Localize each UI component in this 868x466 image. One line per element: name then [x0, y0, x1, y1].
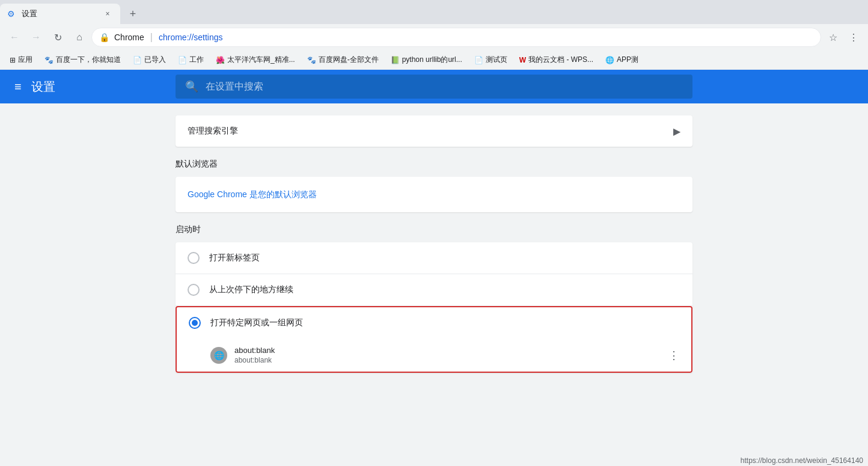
bookmark-label: 太平洋汽车网_精准...	[227, 55, 295, 65]
status-url: https://blog.csdn.net/weixin_45164140	[741, 456, 863, 465]
sub-item-texts: about:blank about:blank	[234, 346, 275, 364]
search-icon: 🔍	[185, 80, 198, 93]
bookmark-app[interactable]: 🌐 APP测	[601, 54, 643, 66]
settings-header-left: ≡ 设置	[14, 79, 55, 95]
hamburger-icon[interactable]: ≡	[14, 80, 22, 94]
search-bar[interactable]: 🔍	[176, 75, 692, 99]
bookmark-label: 百度网盘-全部文件	[319, 55, 379, 65]
back-button[interactable]: ←	[5, 28, 24, 47]
wps-icon: W	[519, 56, 526, 64]
arrow-right-icon: ▶	[673, 126, 680, 137]
menu-button[interactable]: ⋮	[844, 28, 863, 47]
startup-option-new-tab[interactable]: 打开新标签页	[176, 242, 692, 274]
default-browser-card: Google Chrome 是您的默认浏览器	[176, 177, 692, 212]
startup-sub-item: 🌐 about:blank about:blank ⋮	[177, 339, 691, 372]
default-browser-message: Google Chrome 是您的默认浏览器	[188, 189, 317, 199]
nav-right-buttons: ☆ ⋮	[824, 28, 863, 47]
bookmarks-bar: ⊞ 应用 🐾 百度一下，你就知道 📄 已导入 📄 工作 🌺 太平洋汽车网_精准.…	[0, 51, 868, 70]
active-tab[interactable]: ⚙ 设置 ×	[0, 4, 120, 24]
baidu-icon: 🐾	[44, 56, 53, 64]
bookmark-label: 应用	[18, 55, 32, 65]
bookmark-label: 工作	[189, 55, 204, 65]
startup-option-specific-main[interactable]: 打开特定网页或一组网页	[177, 307, 691, 339]
tab-close-button[interactable]: ×	[102, 8, 113, 19]
new-tab-button[interactable]: +	[123, 4, 143, 24]
bookmark-pacific[interactable]: 🌺 太平洋汽车网_精准...	[211, 54, 300, 66]
settings-content: 管理搜索引擎 ▶ 默认浏览器 Google Chrome 是您的默认浏览器 启动…	[176, 103, 692, 397]
tab-bar: ⚙ 设置 × +	[0, 0, 868, 24]
bookmark-work[interactable]: 📄 工作	[173, 54, 209, 66]
bookmark-button[interactable]: ☆	[824, 28, 843, 47]
sub-item-url: about:blank	[234, 356, 275, 364]
imported-icon: 📄	[133, 56, 142, 64]
default-browser-section: 默认浏览器 Google Chrome 是您的默认浏览器	[176, 159, 692, 212]
manage-search-engines-row[interactable]: 管理搜索引擎 ▶	[176, 115, 692, 147]
baidu-disk-icon: 🐾	[307, 56, 316, 64]
home-button[interactable]: ⌂	[70, 28, 89, 47]
settings-page-body: 管理搜索引擎 ▶ 默认浏览器 Google Chrome 是您的默认浏览器 启动…	[0, 103, 868, 466]
status-bar: https://blog.csdn.net/weixin_45164140	[736, 455, 868, 466]
site-name: Chrome	[114, 32, 144, 42]
nav-bar: ← → ↻ ⌂ 🔒 Chrome | chrome://settings ☆ ⋮	[0, 24, 868, 51]
startup-option-specific-label: 打开特定网页或一组网页	[210, 317, 303, 328]
more-options-icon[interactable]: ⋮	[668, 349, 679, 362]
settings-search-input[interactable]	[206, 81, 683, 92]
address-bar[interactable]: 🔒 Chrome | chrome://settings	[91, 28, 821, 47]
forward-button[interactable]: →	[26, 28, 46, 47]
bookmark-label: 我的云文档 - WPS...	[528, 55, 593, 65]
bookmark-imported[interactable]: 📄 已导入	[128, 54, 171, 66]
bookmark-python[interactable]: 📗 python urllib的url...	[386, 54, 467, 66]
startup-section: 启动时 打开新标签页 从上次停下的地方继续	[176, 224, 692, 373]
bookmark-label: 已导入	[144, 55, 166, 65]
browser-window: ⚙ 设置 × + ← → ↻ ⌂ 🔒 Chrome | chrome://set…	[0, 0, 868, 466]
tab-title: 设置	[22, 8, 97, 19]
startup-options-container: 打开新标签页 从上次停下的地方继续 打开特定网页或一组网页	[176, 242, 692, 373]
startup-option-continue[interactable]: 从上次停下的地方继续	[176, 274, 692, 306]
reload-button[interactable]: ↻	[48, 28, 67, 47]
address-separator: |	[150, 32, 153, 43]
radio-new-tab	[188, 252, 200, 264]
manage-search-engines-label: 管理搜索引擎	[188, 126, 673, 136]
startup-option-new-tab-label: 打开新标签页	[209, 253, 260, 263]
apps-icon: ⊞	[10, 56, 16, 64]
startup-option-continue-label: 从上次停下的地方继续	[209, 284, 293, 295]
url-text: chrome://settings	[159, 32, 223, 42]
lock-icon: 🔒	[99, 32, 109, 42]
sub-item-title: about:blank	[234, 346, 275, 355]
startup-heading: 启动时	[176, 224, 692, 235]
pacific-icon: 🌺	[216, 56, 225, 64]
settings-header: ≡ 设置 🔍	[0, 70, 868, 103]
bookmark-label: 百度一下，你就知道	[56, 55, 121, 65]
work-icon: 📄	[178, 56, 187, 64]
bookmark-baidu-disk[interactable]: 🐾 百度网盘-全部文件	[302, 54, 384, 66]
tab-favicon-icon: ⚙	[7, 9, 17, 19]
radio-continue	[188, 284, 200, 296]
test-icon: 📄	[474, 56, 483, 64]
bookmark-baidu[interactable]: 🐾 百度一下，你就知道	[40, 54, 126, 66]
bookmark-wps[interactable]: W 我的云文档 - WPS...	[515, 54, 598, 66]
python-icon: 📗	[391, 56, 400, 64]
radio-inner-dot	[192, 320, 198, 326]
bookmark-apps[interactable]: ⊞ 应用	[5, 54, 37, 66]
bookmark-label: 测试页	[486, 55, 507, 65]
bookmark-label: APP测	[617, 55, 638, 65]
bookmark-test[interactable]: 📄 测试页	[469, 54, 512, 66]
globe-icon: 🌐	[210, 347, 227, 364]
bookmark-label: python urllib的url...	[402, 55, 462, 65]
radio-specific	[189, 317, 201, 329]
startup-option-specific-selected: 打开特定网页或一组网页 🌐 about:blank about:blank ⋮	[176, 306, 692, 373]
default-browser-heading: 默认浏览器	[176, 159, 692, 170]
search-bar-container: 🔍	[176, 75, 692, 99]
settings-page-title: 设置	[31, 79, 55, 95]
app-icon: 🌐	[605, 56, 614, 64]
